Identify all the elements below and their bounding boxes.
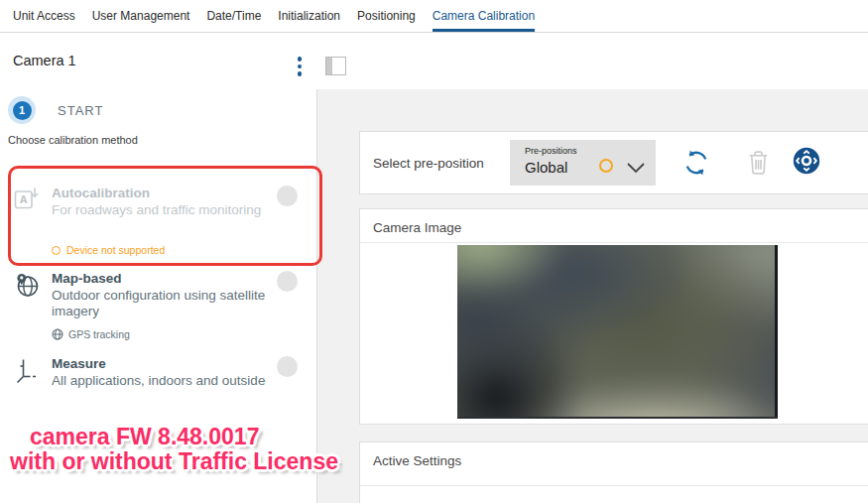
dropdown-label: Pre-positions <box>525 146 577 156</box>
measure-axes-icon <box>14 357 41 388</box>
camera-calibration-page: Unit Access User Management Date/Time In… <box>0 0 868 503</box>
tab-date-time[interactable]: Date/Time <box>206 0 261 32</box>
annotation-note: camera FW 8.48.0017 with or without Traf… <box>10 425 338 474</box>
trash-icon <box>745 148 772 177</box>
status-text: Device not supported <box>66 244 165 256</box>
camera-image <box>457 245 778 419</box>
method-description: For roadways and traffic monitoring <box>52 202 261 218</box>
camera-header-row: Camera 1 <box>0 33 868 89</box>
image-right-edge <box>775 245 778 419</box>
delete-button[interactable] <box>745 148 775 178</box>
globe-pin-icon <box>14 272 41 303</box>
pre-position-panel: Select pre-position Pre-positions Global <box>359 131 868 194</box>
pan-tilt-icon <box>792 146 821 176</box>
calibration-instruction: Choose calibration method <box>8 134 138 146</box>
small-globe-icon <box>52 328 63 340</box>
dropdown-value: Global <box>525 159 567 176</box>
method-card-autocalibration: A Autocalibration For roadways and traff… <box>0 186 316 265</box>
step-label: START <box>58 103 103 118</box>
tag-text: GPS tracking <box>68 328 130 340</box>
method-radio-measure[interactable] <box>277 356 298 377</box>
method-title: Map-based <box>52 271 122 286</box>
tab-unit-access[interactable]: Unit Access <box>13 0 75 32</box>
method-title: Measure <box>52 356 106 371</box>
image-bottom-edge <box>457 417 778 419</box>
panel-toggle-icon[interactable] <box>325 57 346 75</box>
step-1-badge: 1 <box>8 96 36 124</box>
method-description: All applications, indoors and outside <box>52 373 265 389</box>
step-number: 1 <box>13 101 32 120</box>
warning-circle-icon <box>52 246 61 255</box>
method-radio-map-based[interactable] <box>277 271 298 292</box>
method-description: Outdoor configuration using satellite im… <box>52 288 298 319</box>
pre-position-label: Select pre-position <box>373 156 484 171</box>
preset-status-ring-icon <box>599 159 613 173</box>
refresh-button[interactable] <box>682 148 711 178</box>
tab-user-management[interactable]: User Management <box>92 0 190 32</box>
tab-initialization[interactable]: Initialization <box>278 0 340 32</box>
tab-positioning[interactable]: Positioning <box>357 0 416 32</box>
blurred-camera-feed <box>457 245 778 419</box>
pre-positions-dropdown[interactable]: Pre-positions Global <box>510 140 656 186</box>
tab-camera-calibration[interactable]: Camera Calibration <box>433 0 535 32</box>
kebab-menu-icon[interactable] <box>296 57 304 80</box>
gps-tracking-tag: GPS tracking <box>52 328 130 340</box>
annotation-line-1: camera FW 8.48.0017 <box>30 425 338 449</box>
active-settings-panel: Active Settings <box>359 441 868 503</box>
svg-text:A: A <box>20 193 28 205</box>
method-radio-autocalibration <box>277 186 298 206</box>
header-separator <box>360 485 868 486</box>
header-separator <box>360 242 868 243</box>
method-card-map-based[interactable]: Map-based Outdoor configuration using sa… <box>0 271 316 348</box>
autocalibration-icon: A <box>14 187 40 214</box>
refresh-icon <box>682 148 711 178</box>
tab-bar: Unit Access User Management Date/Time In… <box>0 0 868 33</box>
camera-title: Camera 1 <box>13 53 76 68</box>
annotation-line-2: with or without Traffic License <box>10 449 338 474</box>
active-settings-title: Active Settings <box>373 453 461 468</box>
method-title: Autocalibration <box>52 186 150 200</box>
camera-image-panel: Camera Image <box>359 208 868 425</box>
method-card-measure[interactable]: Measure All applications, indoors and ou… <box>0 356 316 396</box>
pan-tilt-button[interactable] <box>792 146 821 176</box>
chevron-down-icon <box>626 160 646 178</box>
device-not-supported-status: Device not supported <box>52 244 165 256</box>
camera-image-title: Camera Image <box>373 220 461 235</box>
